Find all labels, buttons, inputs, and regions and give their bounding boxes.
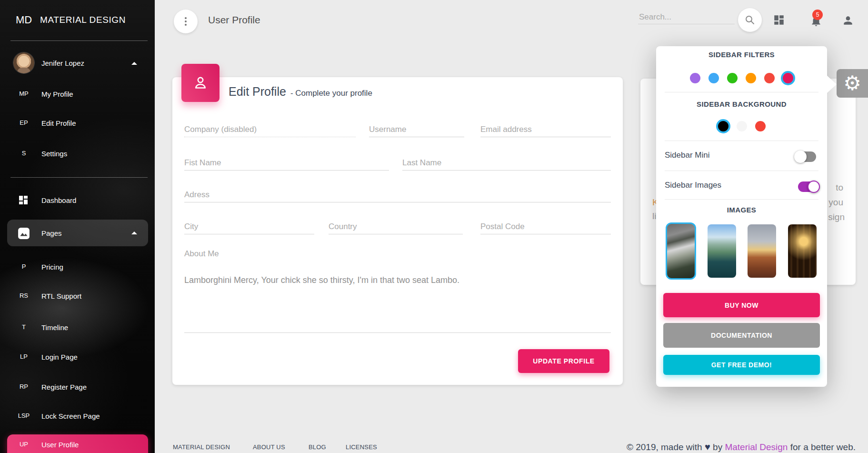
hidden-text-fragment: K: [652, 197, 656, 208]
documentation-button[interactable]: DOCUMENTATION: [663, 323, 820, 348]
footer-link-material-design[interactable]: MATERIAL DESIGN: [173, 443, 230, 451]
sidebar-user-name[interactable]: Jenifer Lopez: [41, 59, 84, 67]
sidebar-item-pages-label: Pages: [41, 229, 62, 237]
person-icon[interactable]: [842, 14, 854, 27]
sidebar-image-dark-mountain-selected[interactable]: [666, 222, 696, 280]
country-field-label: Country: [329, 222, 357, 232]
search-input[interactable]: [638, 10, 735, 24]
brand-title[interactable]: MATERIAL DESIGN: [40, 15, 126, 25]
about-me-underline: [184, 332, 611, 333]
card-header-icon-box: [181, 64, 219, 102]
email-field[interactable]: [480, 137, 611, 137]
page-title: User Profile: [208, 14, 260, 26]
divider: [10, 40, 148, 41]
hidden-text-fragment: sign: [828, 212, 845, 222]
edit-profile-card: [172, 77, 623, 385]
panel-pointer-arrow: [827, 75, 837, 93]
settings-gear-button[interactable]: ⚙: [837, 69, 868, 98]
chevron-up-icon[interactable]: [131, 62, 137, 65]
sidebar-minimize-button[interactable]: [174, 10, 198, 33]
footer-link-about-us[interactable]: ABOUT US: [253, 443, 285, 451]
sidebar-background-title: SIDEBAR BACKGROUND: [656, 100, 827, 108]
sidebar-image-lake[interactable]: [708, 224, 736, 278]
footer-link-blog[interactable]: BLOG: [309, 443, 326, 451]
sidebar-item-user-profile-label: User Profile: [41, 441, 79, 449]
images-title: IMAGES: [656, 206, 827, 214]
filter-color-row: [656, 73, 827, 83]
update-profile-button[interactable]: UPDATE PROFILE: [518, 349, 609, 373]
about-me-textarea[interactable]: Lamborghini Mercy, Your chick she so thi…: [184, 275, 459, 285]
get-free-demo-button[interactable]: GET FREE DEMO!: [663, 355, 820, 375]
search-button[interactable]: [738, 8, 762, 32]
postal-code-field[interactable]: [480, 234, 611, 234]
divider: [665, 141, 818, 141]
brand-mini[interactable]: MD: [16, 14, 32, 26]
filter-color-blue[interactable]: [708, 73, 719, 83]
divider: [665, 92, 818, 92]
filter-color-purple[interactable]: [690, 73, 700, 83]
dashboard-grid-icon[interactable]: [773, 14, 785, 26]
hidden-text-fragment: to: [836, 182, 843, 193]
background-color-red[interactable]: [755, 121, 766, 131]
filter-color-green[interactable]: [727, 73, 738, 83]
heart-icon: ♥: [705, 442, 710, 452]
filter-color-red[interactable]: [764, 73, 775, 83]
about-me-label: About Me: [184, 249, 219, 259]
image-icon: [18, 227, 30, 240]
buy-now-button[interactable]: BUY NOW: [663, 293, 820, 317]
sidebar-filters-title: SIDEBAR FILTERS: [656, 50, 827, 59]
city-field-label: City: [184, 222, 198, 232]
filter-color-orange[interactable]: [746, 73, 756, 83]
notification-badge[interactable]: 5: [812, 10, 823, 20]
city-field[interactable]: [184, 234, 314, 234]
postal-code-field-label: Postal Code: [480, 222, 525, 232]
divider: [665, 171, 818, 171]
card-subtitle: - Complete your profile: [290, 89, 372, 98]
username-field[interactable]: [369, 137, 464, 137]
hidden-text-fragment: you: [828, 197, 843, 208]
card-title: Edit Profile: [229, 85, 286, 99]
avatar[interactable]: [13, 52, 34, 73]
address-field-label: Adress: [184, 190, 210, 200]
sidebar-mini-label: Sidebar Mini: [665, 151, 710, 160]
company-field-label: Company (disabled): [184, 125, 257, 134]
sidebar-mini-toggle[interactable]: [795, 151, 816, 162]
email-field-label: Email address: [480, 125, 532, 134]
sidebar-images-toggle[interactable]: [798, 181, 819, 192]
gear-icon: ⚙: [843, 73, 861, 93]
dashboard-icon: [18, 194, 29, 206]
last-name-field-label: Last Name: [402, 158, 441, 168]
first-name-field[interactable]: [184, 170, 389, 171]
first-name-field-label: Fist Name: [184, 158, 221, 168]
address-field[interactable]: [184, 202, 611, 202]
person-outline-icon: [192, 74, 209, 91]
footer-link-licenses[interactable]: LICENSES: [346, 443, 377, 451]
background-color-white[interactable]: [737, 121, 747, 131]
material-design-link[interactable]: Material Design: [725, 442, 788, 452]
chevron-up-icon[interactable]: [131, 232, 137, 234]
sidebar-image-sunlit-forest[interactable]: [788, 224, 817, 278]
sidebar: MD MATERIAL DESIGN Jenifer Lopez MP My P…: [0, 0, 155, 453]
username-field-label: Username: [369, 125, 406, 134]
filter-color-pink-selected[interactable]: [783, 73, 793, 83]
background-color-black-selected[interactable]: [718, 121, 728, 131]
country-field[interactable]: [329, 234, 463, 234]
sidebar-image-brick-building[interactable]: [748, 224, 776, 278]
sidebar-images-label: Sidebar Images: [665, 181, 721, 190]
divider: [665, 199, 818, 200]
copyright-text: © 2019, made with ♥ by Material Design f…: [627, 442, 856, 453]
last-name-field[interactable]: [402, 170, 611, 171]
search-icon: [744, 14, 756, 26]
dots-vertical-icon: [185, 17, 187, 19]
company-field: [184, 137, 356, 137]
divider: [10, 177, 148, 178]
sidebar-item-user-profile-mini: UP: [10, 441, 38, 448]
background-color-row: [656, 121, 827, 131]
